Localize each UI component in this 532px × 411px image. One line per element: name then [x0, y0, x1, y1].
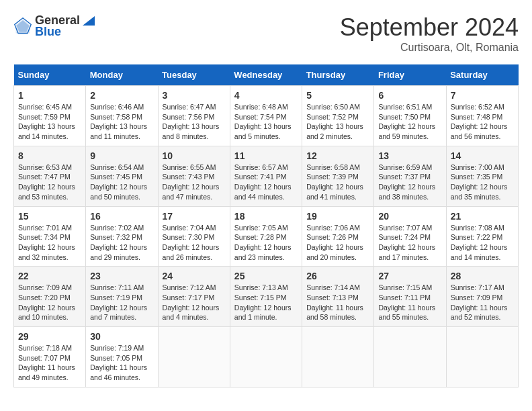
day-detail: Sunrise: 6:47 AMSunset: 7:56 PMDaylight:…	[163, 103, 220, 140]
calendar-day-cell: 22 Sunrise: 7:09 AMSunset: 7:20 PMDaylig…	[14, 267, 86, 327]
month-year-title: September 2024	[340, 13, 519, 42]
calendar-day-cell: 11 Sunrise: 6:57 AMSunset: 7:41 PMDaylig…	[230, 146, 302, 206]
col-sunday: Sunday	[14, 64, 86, 86]
day-number: 26	[306, 271, 369, 281]
col-friday: Friday	[374, 64, 446, 86]
calendar-day-cell	[374, 327, 446, 387]
day-detail: Sunrise: 7:15 AMSunset: 7:11 PMDaylight:…	[378, 283, 435, 321]
calendar-day-cell: 25 Sunrise: 7:13 AMSunset: 7:15 PMDaylig…	[230, 267, 302, 327]
calendar-day-cell: 23 Sunrise: 7:11 AMSunset: 7:19 PMDaylig…	[86, 267, 158, 327]
calendar-day-cell: 18 Sunrise: 7:05 AMSunset: 7:28 PMDaylig…	[230, 206, 302, 267]
col-monday: Monday	[86, 64, 158, 86]
calendar-day-cell: 14 Sunrise: 7:00 AMSunset: 7:35 PMDaylig…	[446, 146, 518, 206]
day-number: 20	[378, 211, 441, 222]
calendar-day-cell: 1 Sunrise: 6:45 AMSunset: 7:59 PMDayligh…	[14, 86, 86, 146]
day-number: 4	[234, 90, 298, 101]
calendar-week-row: 22 Sunrise: 7:09 AMSunset: 7:20 PMDaylig…	[14, 267, 519, 327]
day-detail: Sunrise: 7:01 AMSunset: 7:34 PMDaylight:…	[18, 224, 75, 261]
day-number: 30	[90, 331, 153, 342]
day-number: 12	[306, 150, 369, 161]
day-detail: Sunrise: 7:06 AMSunset: 7:26 PMDaylight:…	[306, 224, 363, 261]
calendar-week-row: 1 Sunrise: 6:45 AMSunset: 7:59 PMDayligh…	[14, 86, 519, 146]
day-detail: Sunrise: 6:53 AMSunset: 7:47 PMDaylight:…	[18, 163, 75, 201]
calendar-day-cell	[446, 327, 518, 387]
day-number: 3	[163, 90, 226, 101]
day-detail: Sunrise: 6:48 AMSunset: 7:54 PMDaylight:…	[234, 103, 292, 140]
day-detail: Sunrise: 7:18 AMSunset: 7:07 PMDaylight:…	[18, 344, 75, 381]
logo-triangle-icon	[81, 13, 96, 28]
day-detail: Sunrise: 7:00 AMSunset: 7:35 PMDaylight:…	[451, 163, 508, 201]
day-detail: Sunrise: 6:54 AMSunset: 7:45 PMDaylight:…	[90, 163, 147, 201]
calendar-week-row: 29 Sunrise: 7:18 AMSunset: 7:07 PMDaylig…	[14, 327, 519, 387]
day-number: 29	[18, 331, 81, 342]
col-tuesday: Tuesday	[158, 64, 230, 86]
col-wednesday: Wednesday	[230, 64, 302, 86]
day-detail: Sunrise: 6:52 AMSunset: 7:48 PMDaylight:…	[451, 103, 508, 140]
day-detail: Sunrise: 6:59 AMSunset: 7:37 PMDaylight:…	[378, 163, 435, 201]
day-number: 17	[163, 211, 226, 222]
day-detail: Sunrise: 6:45 AMSunset: 7:59 PMDaylight:…	[18, 103, 75, 140]
calendar-day-cell	[302, 327, 374, 387]
day-detail: Sunrise: 7:13 AMSunset: 7:15 PMDaylight:…	[234, 283, 292, 321]
day-detail: Sunrise: 7:05 AMSunset: 7:28 PMDaylight:…	[234, 224, 292, 261]
calendar-body: 1 Sunrise: 6:45 AMSunset: 7:59 PMDayligh…	[14, 86, 519, 387]
day-detail: Sunrise: 7:19 AMSunset: 7:05 PMDaylight:…	[90, 344, 147, 381]
day-number: 6	[378, 90, 441, 101]
calendar-table: Sunday Monday Tuesday Wednesday Thursday…	[13, 64, 519, 387]
calendar-day-cell: 9 Sunrise: 6:54 AMSunset: 7:45 PMDayligh…	[86, 146, 158, 206]
calendar-day-cell: 26 Sunrise: 7:14 AMSunset: 7:13 PMDaylig…	[302, 267, 374, 327]
day-number: 18	[234, 211, 298, 222]
calendar-header: Sunday Monday Tuesday Wednesday Thursday…	[14, 64, 519, 86]
calendar-day-cell: 2 Sunrise: 6:46 AMSunset: 7:58 PMDayligh…	[86, 86, 158, 146]
day-number: 19	[306, 211, 369, 222]
calendar-day-cell: 7 Sunrise: 6:52 AMSunset: 7:48 PMDayligh…	[446, 86, 518, 146]
day-detail: Sunrise: 7:04 AMSunset: 7:30 PMDaylight:…	[163, 224, 220, 261]
svg-marker-3	[83, 16, 95, 26]
logo-text: General Blue	[35, 13, 96, 39]
day-detail: Sunrise: 7:14 AMSunset: 7:13 PMDaylight:…	[306, 283, 363, 321]
calendar-day-cell: 21 Sunrise: 7:08 AMSunset: 7:22 PMDaylig…	[446, 206, 518, 267]
logo: General Blue	[13, 13, 96, 39]
calendar-day-cell: 3 Sunrise: 6:47 AMSunset: 7:56 PMDayligh…	[158, 86, 230, 146]
calendar-day-cell: 5 Sunrise: 6:50 AMSunset: 7:52 PMDayligh…	[302, 86, 374, 146]
calendar-day-cell: 24 Sunrise: 7:12 AMSunset: 7:17 PMDaylig…	[158, 267, 230, 327]
title-section: September 2024 Curtisoara, Olt, Romania	[340, 13, 519, 54]
day-number: 13	[378, 150, 441, 161]
calendar-week-row: 8 Sunrise: 6:53 AMSunset: 7:47 PMDayligh…	[14, 146, 519, 206]
calendar-day-cell: 4 Sunrise: 6:48 AMSunset: 7:54 PMDayligh…	[230, 86, 302, 146]
page-header: General Blue September 2024 Curtisoara, …	[13, 13, 519, 54]
day-number: 15	[18, 211, 81, 222]
calendar-day-cell: 13 Sunrise: 6:59 AMSunset: 7:37 PMDaylig…	[374, 146, 446, 206]
day-number: 24	[163, 271, 226, 281]
day-detail: Sunrise: 6:46 AMSunset: 7:58 PMDaylight:…	[90, 103, 147, 140]
calendar-day-cell: 6 Sunrise: 6:51 AMSunset: 7:50 PMDayligh…	[374, 86, 446, 146]
calendar-day-cell	[158, 327, 230, 387]
day-number: 10	[163, 150, 226, 161]
calendar-day-cell: 27 Sunrise: 7:15 AMSunset: 7:11 PMDaylig…	[374, 267, 446, 327]
day-detail: Sunrise: 7:07 AMSunset: 7:24 PMDaylight:…	[378, 224, 435, 261]
location-subtitle: Curtisoara, Olt, Romania	[340, 42, 519, 54]
calendar-day-cell: 16 Sunrise: 7:02 AMSunset: 7:32 PMDaylig…	[86, 206, 158, 267]
calendar-day-cell	[230, 327, 302, 387]
calendar-day-cell: 19 Sunrise: 7:06 AMSunset: 7:26 PMDaylig…	[302, 206, 374, 267]
day-detail: Sunrise: 6:57 AMSunset: 7:41 PMDaylight:…	[234, 163, 292, 201]
col-thursday: Thursday	[302, 64, 374, 86]
day-detail: Sunrise: 6:50 AMSunset: 7:52 PMDaylight:…	[306, 103, 363, 140]
day-detail: Sunrise: 7:12 AMSunset: 7:17 PMDaylight:…	[163, 283, 220, 321]
calendar-day-cell: 28 Sunrise: 7:17 AMSunset: 7:09 PMDaylig…	[446, 267, 518, 327]
calendar-day-cell: 17 Sunrise: 7:04 AMSunset: 7:30 PMDaylig…	[158, 206, 230, 267]
calendar-day-cell: 12 Sunrise: 6:58 AMSunset: 7:39 PMDaylig…	[302, 146, 374, 206]
day-number: 27	[378, 271, 441, 281]
calendar-day-cell: 15 Sunrise: 7:01 AMSunset: 7:34 PMDaylig…	[14, 206, 86, 267]
day-detail: Sunrise: 7:09 AMSunset: 7:20 PMDaylight:…	[18, 283, 75, 321]
day-number: 2	[90, 90, 153, 101]
day-number: 28	[451, 271, 514, 281]
day-number: 23	[90, 271, 153, 281]
calendar-day-cell: 29 Sunrise: 7:18 AMSunset: 7:07 PMDaylig…	[14, 327, 86, 387]
day-detail: Sunrise: 7:17 AMSunset: 7:09 PMDaylight:…	[451, 283, 508, 321]
day-detail: Sunrise: 6:55 AMSunset: 7:43 PMDaylight:…	[163, 163, 220, 201]
header-row: Sunday Monday Tuesday Wednesday Thursday…	[14, 64, 519, 86]
col-saturday: Saturday	[446, 64, 518, 86]
day-detail: Sunrise: 7:11 AMSunset: 7:19 PMDaylight:…	[90, 283, 147, 321]
day-number: 16	[90, 211, 153, 222]
